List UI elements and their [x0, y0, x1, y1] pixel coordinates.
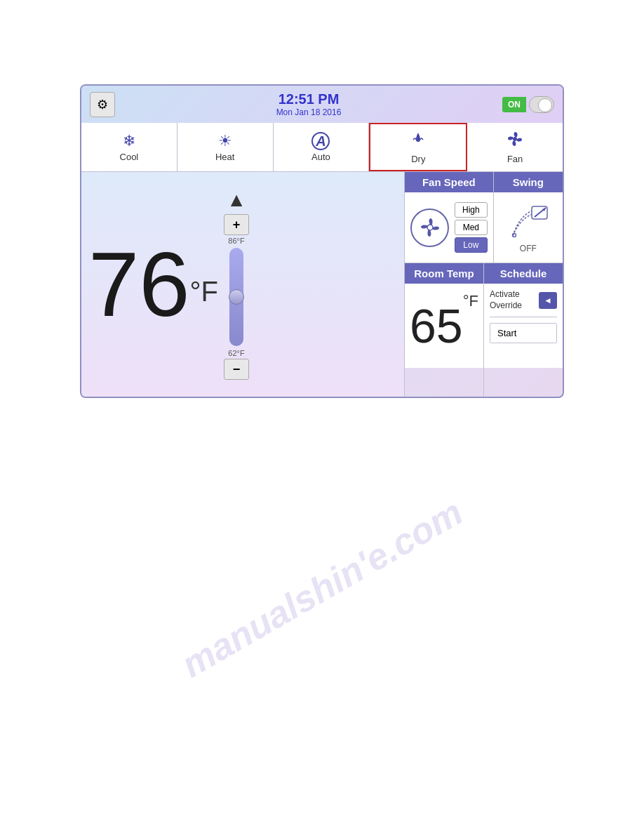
activate-override-row: ActivateOverride ◄: [490, 289, 557, 311]
power-toggle[interactable]: ON: [502, 96, 554, 113]
fan-label: Fan: [507, 154, 523, 164]
watermark: manualshin'e.com: [174, 491, 469, 686]
toggle-knob: [538, 98, 552, 112]
current-time: 12:51 PM: [276, 91, 342, 107]
start-button[interactable]: Start: [490, 323, 557, 343]
right-bottom: Room Temp 65 °F Schedule ActivateOverrid…: [405, 263, 563, 397]
override-back-button[interactable]: ◄: [539, 292, 557, 309]
current-date: Mon Jan 18 2016: [276, 107, 342, 117]
left-panel: 76 °F ▲ + 86°F 62°F −: [81, 172, 404, 397]
heat-icon: ☀: [218, 132, 232, 150]
fan-speed-header: Fan Speed: [405, 172, 493, 192]
fan-speed-section: Fan Speed: [405, 172, 494, 263]
swing-body: OFF: [494, 192, 563, 263]
set-temperature: 76: [88, 239, 190, 330]
auto-icon: A: [311, 132, 330, 150]
svg-point-0: [513, 137, 517, 141]
schedule-body: ActivateOverride ◄ Start: [484, 284, 563, 368]
swing-status: OFF: [520, 244, 537, 253]
mode-fan-button[interactable]: Fan: [467, 123, 563, 171]
divider: [490, 317, 557, 317]
right-panel: Fan Speed: [404, 172, 563, 397]
mode-heat-button[interactable]: ☀ Heat: [177, 123, 274, 171]
dry-icon: [409, 130, 427, 152]
settings-button[interactable]: ⚙: [90, 92, 115, 117]
temp-unit: °F: [190, 276, 218, 307]
fan-speed-icon: [410, 208, 449, 247]
mode-dry-button[interactable]: Dry: [369, 123, 467, 171]
toggle-track: [529, 96, 554, 113]
fan-speed-buttons: High Med Low: [455, 202, 488, 253]
mode-row: ❄ Cool ☀ Heat A Auto Dry: [81, 123, 563, 172]
swing-section: Swing: [494, 172, 563, 263]
on-label: ON: [502, 97, 526, 112]
fan-low-button[interactable]: Low: [455, 237, 488, 253]
thermostat-ui: ⚙ 12:51 PM Mon Jan 18 2016 ON ❄ Cool ☀ H…: [80, 84, 564, 398]
room-temp-unit: °F: [463, 292, 478, 310]
gear-icon: ⚙: [97, 97, 108, 112]
fan-high-button[interactable]: High: [455, 202, 488, 218]
auto-label: Auto: [311, 152, 330, 162]
svg-point-1: [427, 225, 433, 230]
temp-slider[interactable]: [229, 248, 243, 346]
room-temp-body: 65 °F: [405, 284, 483, 368]
heat-label: Heat: [215, 152, 234, 162]
up-arrow-icon: ▲: [227, 189, 246, 211]
main-content: 76 °F ▲ + 86°F 62°F −: [81, 172, 563, 397]
right-top: Fan Speed: [405, 172, 563, 263]
time-block: 12:51 PM Mon Jan 18 2016: [276, 91, 342, 117]
max-temp-label: 86°F: [228, 237, 244, 245]
schedule-section: Schedule ActivateOverride ◄ Start: [484, 263, 563, 397]
header: ⚙ 12:51 PM Mon Jan 18 2016 ON: [81, 86, 563, 123]
temp-display-area: 76 °F ▲ + 86°F 62°F −: [88, 179, 397, 390]
temp-controls: ▲ + 86°F 62°F −: [224, 189, 249, 380]
room-temp-value: 65: [410, 298, 463, 353]
dry-label: Dry: [411, 154, 425, 164]
cool-icon: ❄: [123, 132, 135, 150]
mode-cool-button[interactable]: ❄ Cool: [81, 123, 177, 171]
schedule-header: Schedule: [484, 263, 563, 284]
temp-up-button[interactable]: +: [224, 214, 249, 235]
fan-med-button[interactable]: Med: [455, 220, 488, 235]
swing-icon: [507, 202, 549, 241]
fan-speed-body: High Med Low: [405, 192, 493, 263]
swing-header: Swing: [494, 172, 563, 192]
min-temp-label: 62°F: [228, 349, 244, 357]
room-temp-header: Room Temp: [405, 263, 483, 284]
cool-label: Cool: [120, 152, 139, 162]
svg-point-6: [512, 233, 516, 237]
room-temp-section: Room Temp 65 °F: [405, 263, 484, 397]
mode-auto-button[interactable]: A Auto: [274, 123, 370, 171]
page-wrapper: ⚙ 12:51 PM Mon Jan 18 2016 ON ❄ Cool ☀ H…: [0, 0, 644, 834]
temp-down-button[interactable]: −: [224, 359, 249, 380]
slider-knob: [229, 289, 244, 305]
activate-override-label: ActivateOverride: [490, 289, 522, 311]
fan-icon: [506, 130, 524, 152]
